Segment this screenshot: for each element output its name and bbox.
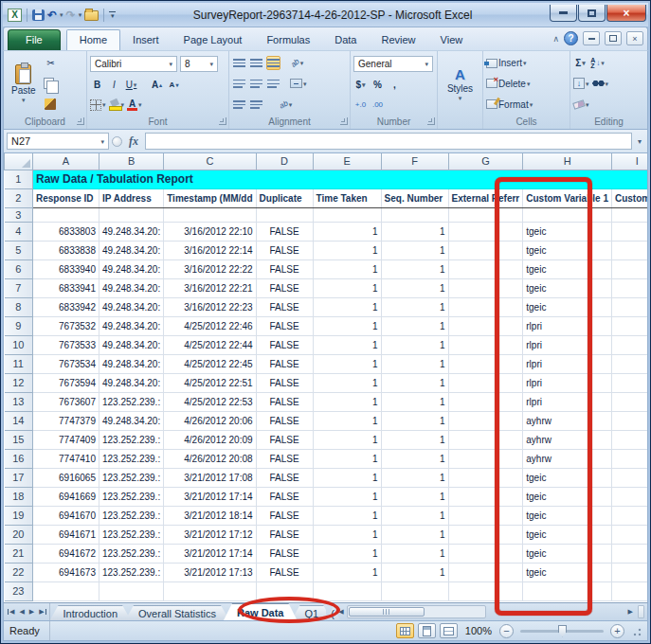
cell-E4[interactable]: 1 [313, 222, 381, 241]
cell-F18[interactable]: 1 [381, 487, 448, 506]
cell-G22[interactable] [448, 563, 523, 581]
cell-F22[interactable]: 1 [381, 563, 448, 581]
cell-F8[interactable]: 1 [381, 297, 448, 316]
row-header-7[interactable]: 7 [5, 278, 33, 297]
cell-B4[interactable]: 49.248.34.20: [99, 222, 164, 241]
cell-E5[interactable]: 1 [313, 241, 381, 259]
col-header-G[interactable]: G [448, 153, 523, 170]
cell-H12[interactable]: rlpri [523, 373, 612, 392]
cell-G3[interactable] [448, 207, 523, 222]
cell-A8[interactable]: 6833942 [33, 297, 99, 316]
clear-button[interactable]: ▾ [573, 98, 589, 112]
previous-sheet-button[interactable]: ◀ [17, 606, 26, 617]
expand-formula-bar-icon[interactable]: ▾ [635, 137, 644, 146]
alignment-dialog-launcher-icon[interactable] [340, 117, 348, 125]
col-header-C[interactable]: C [164, 153, 256, 170]
cell-I18[interactable] [611, 487, 648, 506]
cell-F17[interactable]: 1 [381, 468, 448, 487]
cell-E22[interactable]: 1 [313, 563, 381, 581]
zoom-slider[interactable] [520, 630, 604, 633]
select-all-corner[interactable] [5, 153, 33, 170]
cell-D12[interactable]: FALSE [256, 373, 313, 392]
cell-B23[interactable] [99, 581, 164, 600]
format-cells-button[interactable]: Format▾ [486, 98, 533, 112]
collapse-ribbon-icon[interactable]: ∧ [552, 34, 559, 44]
hscroll-left-button[interactable]: ◀ [336, 606, 345, 617]
cell-E12[interactable]: 1 [313, 373, 381, 392]
cell-F23[interactable] [381, 581, 448, 600]
decrease-indent-button[interactable] [232, 98, 246, 112]
align-left-button[interactable] [232, 77, 246, 91]
row-header-4[interactable]: 4 [5, 222, 33, 241]
cell-D20[interactable]: FALSE [256, 525, 313, 544]
cell-I4[interactable] [611, 222, 648, 241]
cell-F12[interactable]: 1 [381, 373, 448, 392]
cell-A12[interactable]: 7673594 [33, 373, 99, 392]
cell-I9[interactable] [611, 316, 648, 335]
row-header-2[interactable]: 2 [5, 188, 33, 207]
underline-button[interactable]: U▾ [124, 78, 138, 92]
ribbon-tab-formulas[interactable]: Formulas [254, 30, 322, 50]
cell-D5[interactable]: FALSE [256, 241, 313, 259]
cell-A20[interactable]: 6941671 [33, 525, 99, 544]
cell-A1-report-title[interactable]: Raw Data / Tabulation Report [33, 170, 649, 188]
sheet-tab-q1[interactable]: Q1 [292, 605, 327, 620]
cell-B17[interactable]: 123.252.239.: [99, 468, 164, 487]
close-button[interactable]: × [606, 5, 646, 22]
cell-H9[interactable]: rlpri [523, 316, 612, 335]
cell-H10[interactable]: rlpri [523, 335, 612, 354]
cell-A6[interactable]: 6833940 [33, 259, 99, 278]
cell-B9[interactable]: 49.248.34.20: [99, 316, 164, 335]
cell-H2-header[interactable]: Custom Variable 1 [523, 188, 612, 207]
workbook-close-button[interactable]: × [626, 31, 643, 45]
decrease-decimal-button[interactable]: .00 [371, 98, 385, 112]
insert-cells-button[interactable]: Insert▾ [486, 56, 527, 70]
cell-C3[interactable] [164, 207, 256, 222]
zoom-level[interactable]: 100% [465, 625, 492, 636]
font-size-combo[interactable]: 8▾ [180, 56, 218, 72]
cell-H8[interactable]: tgeic [523, 297, 612, 316]
save-icon[interactable] [32, 9, 45, 21]
zoom-slider-thumb[interactable] [558, 625, 567, 637]
cell-D10[interactable]: FALSE [256, 335, 313, 354]
cell-I7[interactable] [611, 278, 648, 297]
cell-B13[interactable]: 123.252.239.: [99, 392, 164, 411]
find-select-button[interactable]: ▾ [592, 77, 609, 91]
cell-C8[interactable]: 3/16/2012 22:23 [164, 297, 256, 316]
cell-C4[interactable]: 3/16/2012 22:10 [164, 222, 256, 241]
cell-F16[interactable]: 1 [381, 449, 448, 468]
cell-G2-header[interactable]: External Referr [448, 188, 523, 207]
cell-D11[interactable]: FALSE [256, 354, 313, 373]
cell-E23[interactable] [313, 581, 381, 600]
cell-D7[interactable]: FALSE [256, 278, 313, 297]
cell-E11[interactable]: 1 [313, 354, 381, 373]
cell-A14[interactable]: 7747379 [33, 411, 99, 430]
cell-C10[interactable]: 4/25/2012 22:44 [164, 335, 256, 354]
cell-A19[interactable]: 6941670 [33, 506, 99, 525]
currency-format-button[interactable]: $▾ [353, 78, 368, 92]
format-painter-button[interactable] [44, 98, 59, 112]
row-header-10[interactable]: 10 [5, 335, 33, 354]
cell-G21[interactable] [448, 544, 523, 563]
cell-A7[interactable]: 6833941 [33, 278, 99, 297]
cell-A23[interactable] [33, 581, 99, 600]
cell-I3[interactable] [611, 207, 648, 222]
cell-G12[interactable] [448, 373, 523, 392]
cell-D8[interactable]: FALSE [256, 297, 313, 316]
zoom-in-button[interactable]: + [610, 624, 624, 638]
cell-I8[interactable] [611, 297, 648, 316]
cell-E21[interactable]: 1 [313, 544, 381, 563]
next-sheet-button[interactable]: ▶ [27, 606, 36, 617]
cell-E13[interactable]: 1 [313, 392, 381, 411]
cell-I5[interactable] [611, 241, 648, 259]
cell-F7[interactable]: 1 [381, 278, 448, 297]
cell-D15[interactable]: FALSE [256, 430, 313, 449]
sort-filter-button[interactable]: AZ↓▾ [590, 56, 605, 70]
cell-H21[interactable]: tgeic [523, 544, 612, 563]
autosum-button[interactable]: Σ▾ [573, 56, 588, 70]
merge-center-button[interactable]: ▾ [290, 77, 307, 91]
cell-E20[interactable]: 1 [313, 525, 381, 544]
cell-H22[interactable]: tgeic [523, 563, 612, 581]
cell-F20[interactable]: 1 [381, 525, 448, 544]
cell-E19[interactable]: 1 [313, 506, 381, 525]
